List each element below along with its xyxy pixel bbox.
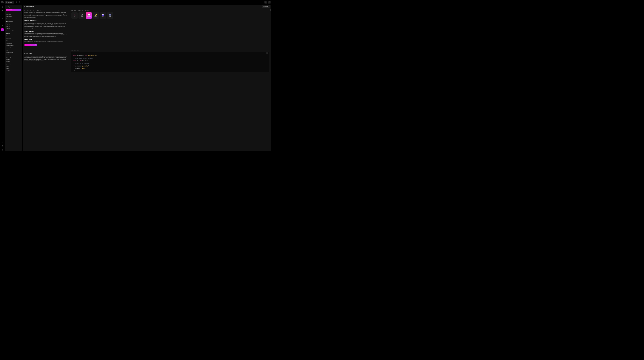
rail-code-icon[interactable] (1, 28, 4, 31)
svg-point-10 (3, 14, 3, 14)
cli-icon (74, 14, 76, 16)
sidebar-item[interactable]: Introduction (6, 8, 21, 11)
svg-point-20 (2, 150, 2, 150)
sidebar-item[interactable]: monthly_sales (6, 51, 21, 54)
code-block: import { Surreal } from 'surrealdb.js'; … (72, 52, 269, 72)
svg-rect-30 (267, 53, 268, 54)
sidebar-item[interactable]: person (6, 58, 21, 60)
svg-point-18 (2, 146, 3, 146)
topbar: Sandbox (0, 0, 272, 4)
sidebar-item[interactable]: address_history (6, 44, 21, 46)
icon-rail: ML (1, 5, 4, 151)
svg-rect-8 (2, 11, 3, 11)
sandbox-selector[interactable]: Sandbox (5, 1, 14, 4)
sidebar-item[interactable]: Databases (6, 18, 21, 20)
initialises-heading: Initialises (24, 52, 67, 54)
newspaper-button[interactable] (264, 1, 267, 4)
content-header: Documentation JavaScript (22, 5, 271, 8)
sidebar-item[interactable]: product_sku (6, 63, 21, 65)
content-panel: Documentation JavaScript SurrealDB offer… (22, 5, 271, 151)
copy-button[interactable] (266, 52, 268, 54)
sidebar-item[interactable]: Tokens (6, 28, 21, 30)
intro-paragraph: SurrealDB offers a rich set of client li… (24, 10, 67, 18)
chevron-down-icon: ⌄ (20, 21, 20, 22)
sidebar-item[interactable]: Initialises (6, 11, 21, 13)
svg-rect-17 (2, 18, 3, 19)
rail-search-icon[interactable] (1, 145, 4, 147)
scrollbar-thumb[interactable] (270, 8, 271, 12)
external-link-icon (35, 44, 36, 45)
svg-point-29 (81, 14, 82, 15)
.net-icon: .NET (102, 14, 104, 16)
sidebar-item[interactable]: payment_details (6, 56, 21, 58)
sidebar-item[interactable]: Introduction (6, 42, 21, 44)
javascript-icon: JS (88, 14, 90, 16)
language-select[interactable]: JavaScript (262, 5, 270, 8)
client-libraries-heading: Client libraries (24, 20, 67, 22)
lang-card-cli[interactable]: CLI (72, 12, 78, 19)
sidebar-item[interactable]: Namespaces (6, 16, 21, 18)
sidebar-item[interactable]: wishlist (6, 70, 21, 72)
php-icon: php (109, 14, 112, 16)
sidebar-item[interactable]: review (6, 65, 21, 67)
sidebar: Topics IntroductionInitialisesConnecting… (5, 5, 22, 151)
sidebar-item[interactable]: Sign up (6, 23, 21, 25)
language-cards: CLIRustJSJavaScriptPython.NET.NETphpPHP (72, 12, 269, 19)
sidebar-item[interactable]: Sign in (6, 25, 21, 27)
svg-point-9 (2, 14, 2, 14)
sidebar-item[interactable]: avg_product_review (6, 47, 21, 49)
sidebar-item[interactable]: Params (6, 35, 21, 37)
sidebar-title: Topics (6, 6, 21, 8)
svg-line-19 (3, 146, 3, 146)
rail-grid-icon[interactable] (1, 10, 4, 12)
sidebar-item[interactable]: cart (6, 49, 21, 51)
python-icon (95, 14, 97, 16)
rail-function-icon[interactable] (1, 21, 4, 23)
code-icon (6, 6, 8, 8)
learn-more-paragraph: You can learn more about the selected la… (24, 41, 67, 42)
svg-rect-5 (2, 10, 2, 11)
sidebar-item[interactable]: seller (6, 68, 21, 70)
lang-card-net[interactable]: .NET.NET (100, 12, 106, 19)
sidebar-group[interactable]: Authentication⌄ (6, 20, 21, 23)
sidebar-group[interactable]: Tables⌄ (6, 40, 21, 42)
list-icon (24, 6, 25, 7)
svg-rect-7 (2, 11, 2, 11)
using-cli-heading: Using the CLI (24, 30, 67, 32)
lang-card-rust[interactable]: Rust (78, 12, 85, 19)
lang-card-php[interactable]: phpPHP (107, 12, 113, 19)
rail-lightning-icon[interactable] (1, 6, 4, 8)
doc-column: SurrealDB offers a rich set of client li… (24, 10, 67, 149)
rail-download-icon[interactable] (1, 141, 4, 144)
env-label: Sandbox (8, 2, 12, 3)
chevron-down-icon: ⌄ (20, 40, 20, 42)
lang-card-python[interactable]: Python (93, 12, 99, 19)
app-logo (1, 1, 4, 3)
rail-lock-icon[interactable] (1, 17, 4, 20)
file-icon[interactable] (18, 1, 21, 3)
rail-network-icon[interactable] (1, 13, 4, 16)
lang-card-javascript[interactable]: JSJavaScript (86, 12, 92, 19)
rail-gear-icon[interactable] (1, 148, 4, 151)
sidebar-item[interactable]: Connecting (6, 13, 21, 16)
initialises-paragraph: To initialise a connection to SurrealDB,… (24, 55, 67, 62)
client-libraries-paragraph: Client libraries provide the most stream… (24, 22, 67, 29)
code-section-label: INITIALISE (72, 50, 269, 51)
sidebar-item[interactable]: product (6, 60, 21, 63)
svg-point-11 (2, 15, 2, 15)
learn-more-heading: Learn more (24, 39, 67, 40)
sidebar-group[interactable]: Schema⌄ (6, 32, 21, 35)
status-dot-icon (13, 2, 13, 2)
svg-rect-6 (2, 10, 3, 11)
preview-label: SELECT A PREVIEW LANGUAGE (72, 10, 269, 11)
sidebar-item[interactable]: Access user data (6, 30, 21, 32)
using-cli-paragraph: When working outside of a programming en… (24, 32, 67, 38)
visit-docs-button[interactable]: Visit JavaScript docs (24, 44, 38, 46)
rail-ml-icon[interactable]: ML (1, 25, 4, 27)
svg-marker-4 (2, 6, 3, 8)
sidebar-item[interactable]: Analyzers (6, 37, 21, 39)
help-button[interactable] (268, 1, 271, 4)
sidebar-item[interactable]: order (6, 54, 21, 56)
cube-icon (6, 2, 7, 3)
sync-icon[interactable] (15, 1, 18, 3)
